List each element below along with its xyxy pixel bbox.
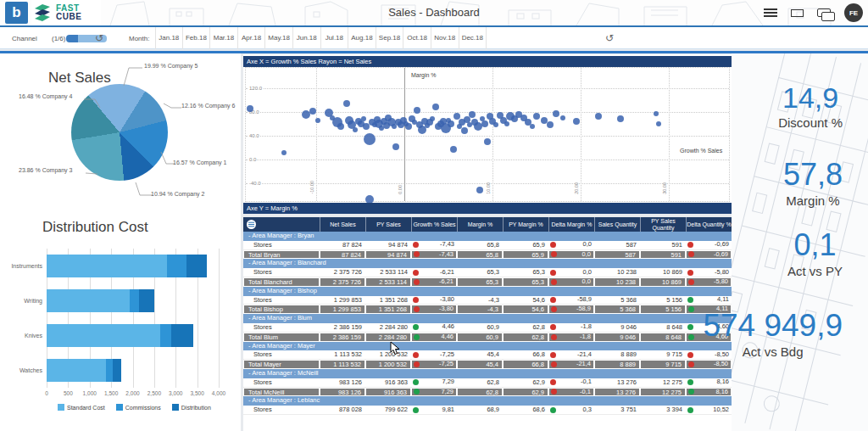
month-tab-apr-18[interactable]: Apr.18	[238, 27, 266, 49]
column-header-py-sales-quantity[interactable]: PY Sales Quantity	[640, 217, 686, 232]
pie-label-6: 16.48 % Company 4	[19, 93, 72, 99]
column-header-py-sales[interactable]: PY Sales	[365, 217, 411, 232]
cell-value: 2 386 159	[320, 333, 365, 342]
month-tab-jan-18[interactable]: Jan.18	[155, 27, 183, 49]
month-tab-feb-18[interactable]: Feb.18	[183, 27, 211, 49]
table-row-stores-bishop[interactable]: Stores1 299 8531 351 268-3,80-4,354,6-58…	[243, 296, 732, 305]
table-row-stores-blum[interactable]: Stores2 386 1592 284 2804,4660,962,8-1,8…	[243, 323, 732, 333]
column-header-py-margin-[interactable]: PY Margin %	[503, 217, 548, 232]
cell-value: 1 299 853	[320, 305, 365, 314]
cell-with-indicator: 0,3	[548, 406, 594, 414]
month-tab-aug-18[interactable]: Aug.18	[348, 27, 376, 49]
cell-value: 1 200 532	[365, 350, 411, 359]
window-icon[interactable]	[791, 9, 804, 17]
table-row-stores-mayer[interactable]: Stores1 113 5321 200 532-7,2545,466,8-21…	[243, 350, 732, 360]
column-header-delta-margin-[interactable]: Delta Margin %	[548, 217, 594, 232]
cell-value: 9 715	[640, 350, 686, 359]
cell-value: 2 284 280	[365, 323, 411, 332]
table-menu-cell	[243, 217, 320, 232]
pie-label-2: 12.16 % Company 6	[181, 103, 235, 109]
cell-value: 62,8	[457, 388, 503, 397]
chat-icon[interactable]	[817, 8, 831, 17]
table-row-stores-mcneill[interactable]: Stores983 126916 3637,2962,862,9-0,113 2…	[243, 378, 732, 388]
user-avatar[interactable]: FE	[844, 3, 863, 22]
kpi-indicator-red	[414, 251, 420, 257]
cell-value: 2 533 114	[365, 268, 411, 277]
scatter-point	[560, 115, 565, 120]
channel-refresh-icon[interactable]: ↺	[95, 32, 103, 44]
kpi-label: Act vs Bdg	[703, 344, 843, 359]
scatter-x-tick: 20.00	[574, 182, 579, 194]
cell-with-indicator: -1,8	[548, 323, 594, 332]
column-header-delta-quantity-[interactable]: Delta Quantity %	[686, 217, 732, 232]
scatter-point	[432, 104, 439, 110]
group-row-leblanc[interactable]: - Area Manager : Leblanc	[243, 396, 732, 406]
table-row-total-blum[interactable]: Total Blum2 386 1592 284 2804,4660,962,8…	[243, 333, 732, 342]
table-row-stores-blanchard[interactable]: Stores2 375 7262 533 114-6,2165,365,30,0…	[243, 268, 732, 277]
scatter-vgridline	[404, 68, 405, 201]
cell-value: 8 648	[640, 323, 686, 332]
group-row-mayer[interactable]: - Area Manager : Mayer	[243, 342, 732, 351]
page-refresh-icon[interactable]: ↺	[605, 32, 614, 44]
table-row-total-bryan[interactable]: Total Bryan87 82494 874-7,4365,865,90,05…	[243, 250, 732, 260]
group-row-bryan[interactable]: - Area Manager : Bryan	[243, 232, 732, 241]
table-row-stores-bryan[interactable]: Stores87 82494 874-7,4365,865,90,0587591…	[243, 241, 732, 250]
table-row-total-mcneill[interactable]: Total McNeill983 126916 3637,2962,862,9-…	[243, 388, 732, 397]
table-row-stores-leblanc[interactable]: Stores878 028799 6229,8168,968,60,33 751…	[243, 406, 732, 415]
month-tab-dec-18[interactable]: Dec.18	[459, 27, 487, 49]
pie-chart-title: Net Sales	[48, 70, 111, 87]
cell-value: -3,80	[439, 305, 453, 314]
bar-chart-title: Distribution Cost	[42, 219, 148, 236]
bar-chart-legend: Standard CostCommissionsDistribution	[58, 404, 211, 411]
menu-icon[interactable]	[764, 8, 777, 17]
kpi-indicator-green	[414, 334, 420, 340]
table-row-total-mayer[interactable]: Total Mayer1 113 5321 200 532-7,2545,466…	[243, 360, 732, 369]
column-header-growth-sales[interactable]: Growth % Sales	[411, 217, 457, 232]
month-tab-jun-18[interactable]: Jun.18	[293, 27, 321, 49]
cell-value: 87 824	[320, 241, 365, 249]
month-tab-oct-18[interactable]: Oct.18	[403, 27, 431, 49]
cell-value: 7,29	[442, 378, 454, 387]
group-row-bishop[interactable]: - Area Manager : Bishop	[243, 287, 732, 296]
table-row-total-blanchard[interactable]: Total Blanchard2 375 7262 533 114-6,2165…	[243, 277, 732, 287]
scatter-point	[493, 122, 498, 127]
bar-writing[interactable]	[47, 289, 154, 312]
group-row-blum[interactable]: - Area Manager : Blum	[243, 314, 732, 323]
month-tab-mar-18[interactable]: Mar.18	[210, 27, 238, 49]
column-header-margin-[interactable]: Margin %	[457, 217, 503, 232]
scatter-hgridline	[246, 136, 729, 137]
bar-x-tick: 500	[64, 390, 73, 396]
bar-instruments[interactable]	[47, 255, 207, 277]
cell-value: 8,16	[716, 378, 729, 387]
column-header-net-sales[interactable]: Net Sales	[320, 217, 365, 232]
bar-segment-standard-cost	[47, 324, 160, 347]
cell-value: 62,8	[457, 378, 503, 387]
pie-label-3: 16.57 % Company 1	[173, 160, 226, 165]
month-tab-sep-18[interactable]: Sep.18	[376, 27, 404, 49]
table-row-total-bishop[interactable]: Total Bishop1 299 8531 351 268-3,80-4,35…	[243, 305, 732, 314]
cell-value: 591	[640, 250, 686, 260]
cell-value: 68,9	[457, 406, 503, 414]
cell-value: 9 715	[640, 360, 686, 369]
cell-value: 916 363	[365, 388, 411, 397]
scatter-vgridline	[316, 68, 317, 201]
kpi-indicator-red	[551, 361, 557, 367]
kpi-indicator-red	[550, 379, 556, 385]
bar-watches[interactable]	[47, 359, 121, 382]
kpi-value: 57,8	[783, 160, 843, 190]
bar-segment-commissions	[106, 359, 113, 382]
month-tab-may-18[interactable]: May.18	[265, 27, 293, 49]
table-menu-icon[interactable]	[247, 220, 256, 229]
group-row-mcneill[interactable]: - Area Manager : McNeill	[243, 369, 732, 378]
row-label: Total Bishop	[243, 305, 320, 314]
net-sales-pie-chart[interactable]	[71, 84, 168, 181]
month-tab-jul-18[interactable]: Jul.18	[321, 27, 349, 49]
group-row-blanchard[interactable]: - Area Manager : Blanchard	[243, 259, 732, 268]
month-tab-nov-18[interactable]: Nov.18	[431, 27, 459, 49]
scatter-point	[547, 121, 554, 128]
cell-value: 4,11	[717, 295, 729, 305]
scatter-plot[interactable]: Margin % Growth % Sales 120.080.040.00.0…	[245, 67, 730, 202]
column-header-sales-quantity[interactable]: Sales Quantity	[594, 217, 640, 232]
bar-knives[interactable]	[47, 324, 193, 347]
legend-swatch	[58, 404, 64, 411]
